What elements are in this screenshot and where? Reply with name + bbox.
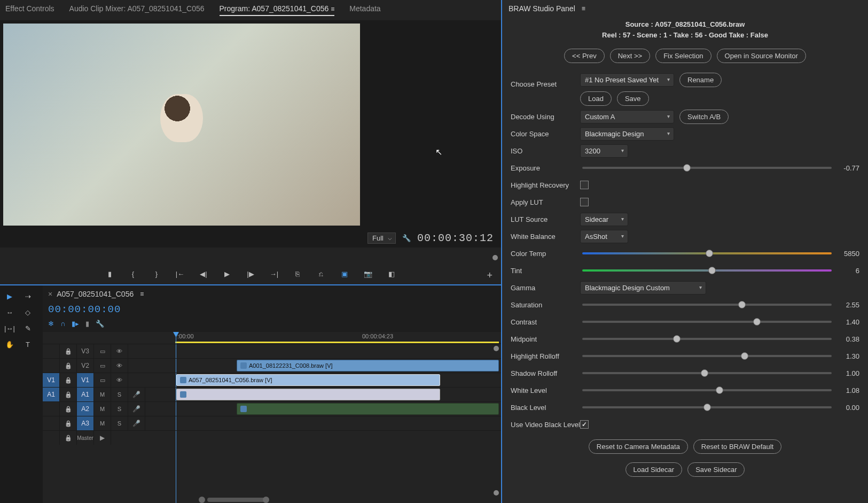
hand-tool-icon[interactable]: ✋	[2, 338, 17, 351]
lut-source-select[interactable]: Sidecar	[580, 213, 628, 226]
track-select-icon[interactable]: ⇢	[20, 290, 35, 303]
clip-v2[interactable]: A001_08122231_C008.braw [V]	[237, 360, 499, 372]
apply-lut-checkbox[interactable]	[580, 198, 589, 206]
reset-braw-button[interactable]: Reset to BRAW Default	[693, 439, 781, 454]
panel-menu-icon[interactable]: ≡	[331, 5, 334, 13]
target-v1[interactable]: V1	[77, 373, 94, 387]
tab-program[interactable]: Program: A057_08251041_C056≡	[220, 4, 335, 16]
preset-select[interactable]: #1 No Preset Saved Yet	[580, 73, 674, 87]
selection-tool-icon[interactable]: ▶	[2, 290, 17, 303]
vscroll-handle-bottom[interactable]	[494, 490, 499, 496]
lock-icon[interactable]	[60, 344, 77, 358]
clip-v1[interactable]: A057_08251041_C056.braw [V]	[176, 374, 440, 386]
source-a1[interactable]: A1	[43, 388, 60, 401]
track-a1[interactable]	[175, 387, 501, 401]
save-sidecar-button[interactable]: Save Sidecar	[687, 462, 745, 477]
clip-a1[interactable]	[176, 389, 440, 400]
next-button[interactable]: Next >>	[610, 49, 651, 63]
target-a1[interactable]: A1	[77, 388, 94, 401]
video-preview[interactable]	[3, 24, 360, 226]
track-a2[interactable]	[175, 401, 501, 416]
snap-icon[interactable]: ❄	[48, 320, 54, 328]
fix-selection-button[interactable]: Fix Selection	[655, 49, 711, 63]
link-icon[interactable]: ∩	[60, 320, 65, 328]
marker-opt-icon[interactable]: ▮▸	[72, 320, 79, 328]
track-v2[interactable]: A001_08122231_C008.braw [V]	[175, 358, 501, 373]
goto-in-icon[interactable]: |←	[175, 270, 185, 278]
wrench-icon[interactable]: 🔧	[402, 234, 411, 242]
compare-icon[interactable]: ◧	[387, 270, 396, 278]
ruler-end-handle[interactable]	[492, 255, 498, 260]
close-seq-icon[interactable]: ×	[48, 290, 52, 298]
in-icon[interactable]: {	[128, 270, 138, 278]
load-preset-button[interactable]: Load	[580, 91, 612, 106]
gamma-select[interactable]: Blackmagic Design Custom	[580, 281, 706, 295]
midpoint-slider[interactable]	[582, 338, 832, 340]
fx-icon[interactable]	[94, 344, 111, 358]
tab-metadata[interactable]: Metadata	[349, 4, 380, 16]
settings-icon[interactable]: 🔧	[96, 320, 104, 328]
eye-icon[interactable]	[111, 344, 128, 358]
mic-icon[interactable]: 🎤	[128, 388, 145, 401]
track-master[interactable]	[175, 430, 501, 445]
load-sidecar-button[interactable]: Load Sidecar	[625, 462, 683, 477]
clip-a2[interactable]	[237, 403, 499, 415]
pen-tool-icon[interactable]: ✎	[20, 322, 35, 335]
step-back-icon[interactable]: ◀|	[199, 270, 208, 278]
highlight-rolloff-slider[interactable]	[582, 355, 832, 357]
timeline-hscroll[interactable]	[175, 497, 501, 503]
rolling-tool-icon[interactable]: ◇	[20, 306, 35, 319]
type-tool-icon[interactable]: T	[20, 338, 35, 351]
step-fwd-icon[interactable]: |▶	[246, 270, 255, 278]
saturation-slider[interactable]	[582, 304, 832, 306]
ripple-tool-icon[interactable]: ↔	[2, 306, 17, 319]
track-headers: V3 V2 V1V1 A1A1MS🎤 A2MS🎤 A3MS🎤 Master▶	[43, 332, 175, 503]
shadow-rolloff-slider[interactable]	[582, 372, 832, 374]
open-source-button[interactable]: Open in Source Monitor	[717, 49, 806, 63]
white-level-slider[interactable]	[582, 389, 832, 391]
tint-slider[interactable]	[582, 269, 832, 272]
fx-badge-icon	[240, 362, 247, 369]
track-area[interactable]: :00:00 00:00:04:23 A001_08122231_C008.br…	[175, 332, 501, 503]
goto-out-icon[interactable]: →|	[269, 270, 279, 278]
lift-icon[interactable]: ⎘	[293, 270, 302, 278]
seq-menu-icon[interactable]: ≡	[140, 290, 144, 298]
panel-menu-icon[interactable]: ≡	[582, 5, 585, 12]
camera-icon[interactable]: 📷	[363, 270, 373, 278]
iso-select[interactable]: 3200	[580, 144, 628, 158]
track-a3[interactable]	[175, 416, 501, 430]
play-icon[interactable]: ▶	[222, 270, 232, 278]
current-timecode[interactable]: 00:00:00:00	[48, 304, 121, 315]
decode-select[interactable]: Custom A	[580, 110, 674, 123]
exposure-slider[interactable]	[582, 167, 832, 169]
white-balance-select[interactable]: AsShot	[580, 230, 628, 243]
source-v1[interactable]: V1	[43, 373, 60, 387]
export-frame-icon[interactable]: ▣	[340, 270, 349, 278]
mark-icon[interactable]: ▮	[105, 270, 114, 278]
colorspace-select[interactable]: Blackmagic Design	[580, 127, 674, 141]
tab-effect-controls[interactable]: Effect Controls	[5, 4, 54, 16]
rate-tool-icon[interactable]: |↔|	[2, 322, 17, 335]
track-v3[interactable]	[175, 344, 501, 358]
black-level-slider[interactable]	[582, 406, 832, 408]
reset-camera-button[interactable]: Reset to Camera Metadata	[589, 439, 688, 454]
prev-button[interactable]: << Prev	[564, 49, 605, 63]
track-v1[interactable]: A057_08251041_C056.braw [V]	[175, 373, 501, 387]
add-button-icon[interactable]: +	[487, 270, 492, 281]
program-ruler[interactable]	[0, 251, 501, 265]
contrast-slider[interactable]	[582, 321, 832, 323]
extract-icon[interactable]: ⎌	[316, 270, 326, 278]
switch-ab-button[interactable]: Switch A/B	[679, 110, 729, 124]
sequence-name[interactable]: A057_08251041_C056	[57, 290, 134, 298]
resolution-select[interactable]: Full	[367, 233, 396, 244]
color-temp-slider[interactable]	[582, 252, 832, 254]
marker-icon[interactable]: ▮	[85, 320, 89, 328]
out-icon[interactable]: }	[152, 270, 161, 278]
rename-button[interactable]: Rename	[679, 73, 722, 87]
tab-audio-mixer[interactable]: Audio Clip Mixer: A057_08251041_C056	[69, 4, 205, 16]
work-area[interactable]	[175, 342, 499, 343]
save-preset-button[interactable]: Save	[617, 91, 649, 106]
timeline-ruler[interactable]: :00:00 00:00:04:23	[175, 332, 501, 344]
highlight-recovery-checkbox[interactable]	[580, 181, 589, 189]
video-black-checkbox[interactable]	[580, 420, 589, 429]
